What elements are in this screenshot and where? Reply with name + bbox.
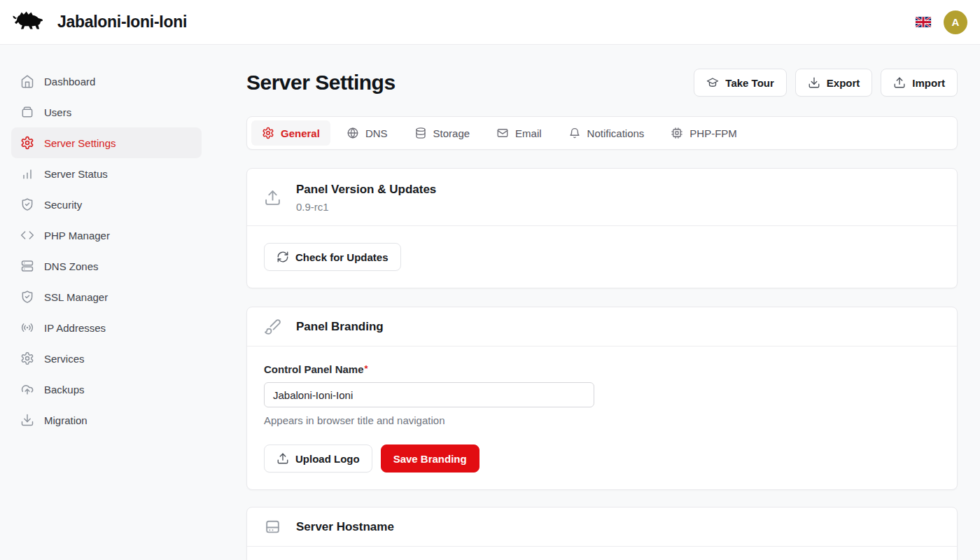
sidebar-item-server-status[interactable]: Server Status: [11, 158, 202, 189]
code-icon: [20, 228, 34, 242]
sidebar-item-label: DNS Zones: [44, 260, 99, 272]
cloud-upload-icon: [20, 382, 34, 396]
tab-php-fpm[interactable]: PHP-FPM: [660, 120, 748, 146]
control-panel-name-input[interactable]: [264, 382, 594, 407]
download-icon: [808, 76, 820, 89]
sidebar-item-label: Server Status: [44, 168, 108, 180]
brand-name: Jabaloni-Ioni-Ioni: [57, 13, 187, 31]
boar-logo-icon: [11, 10, 48, 35]
settings-tabbar: General DNS Storage Email Notifications …: [246, 116, 958, 150]
sidebar-item-label: Security: [44, 199, 82, 211]
sidebar-item-users[interactable]: Users: [11, 97, 202, 127]
sidebar: Dashboard Users Server Settings Server S…: [0, 45, 213, 560]
download-icon: [20, 413, 34, 427]
tab-notifications[interactable]: Notifications: [558, 120, 655, 146]
gear-icon: [20, 136, 34, 150]
database-icon: [414, 127, 427, 139]
sidebar-item-ssl-manager[interactable]: SSL Manager: [11, 281, 202, 312]
server-hostname-card: Server Hostname Hostname*: [246, 507, 958, 560]
language-flag-icon[interactable]: [916, 17, 931, 27]
sidebar-item-dashboard[interactable]: Dashboard: [11, 66, 202, 97]
panel-version-card: Panel Version & Updates 0.9-rc1 Check fo…: [246, 168, 958, 288]
tab-general[interactable]: General: [251, 120, 330, 146]
panel-version-value: 0.9-rc1: [296, 201, 436, 213]
sidebar-item-label: Users: [44, 106, 71, 118]
upload-logo-button[interactable]: Upload Logo: [264, 444, 372, 472]
main-content: Server Settings Take Tour Export Import: [213, 45, 980, 560]
export-button[interactable]: Export: [795, 69, 873, 97]
control-panel-name-label: Control Panel Name*: [264, 363, 368, 375]
sidebar-item-dns-zones[interactable]: DNS Zones: [11, 251, 202, 281]
panel-branding-card: Panel Branding Control Panel Name* Appea…: [246, 307, 958, 490]
card-title: Panel Version & Updates: [296, 183, 436, 197]
button-label: Take Tour: [725, 77, 774, 89]
gear-icon: [262, 127, 274, 139]
upload-icon: [893, 76, 906, 89]
button-label: Import: [912, 77, 945, 89]
sidebar-item-label: Dashboard: [44, 76, 95, 88]
tab-label: PHP-FPM: [690, 127, 737, 139]
sidebar-item-server-settings[interactable]: Server Settings: [11, 127, 202, 158]
tab-label: Storage: [433, 127, 470, 139]
hard-drive-icon: [264, 518, 281, 536]
gear-icon: [20, 351, 34, 365]
tab-label: General: [281, 127, 320, 139]
sidebar-item-label: IP Addresses: [44, 322, 106, 334]
refresh-icon: [276, 251, 289, 263]
paintbrush-icon: [264, 318, 281, 335]
home-icon: [20, 74, 34, 88]
upload-icon: [264, 189, 281, 206]
user-avatar[interactable]: A: [944, 10, 967, 34]
graduation-cap-icon: [706, 76, 719, 89]
sidebar-item-backups[interactable]: Backups: [11, 374, 202, 405]
server-stack-icon: [20, 259, 34, 273]
card-title: Panel Branding: [296, 320, 384, 334]
page-actions: Take Tour Export Import: [694, 69, 958, 97]
tab-label: Email: [515, 127, 542, 139]
bar-chart-icon: [20, 167, 34, 181]
tab-label: Notifications: [587, 127, 645, 139]
upload-icon: [276, 452, 289, 465]
tab-email[interactable]: Email: [486, 120, 552, 146]
sidebar-item-label: Server Settings: [44, 137, 116, 149]
sidebar-item-label: Services: [44, 353, 85, 365]
button-label: Export: [827, 77, 860, 89]
sidebar-item-label: Migration: [44, 414, 88, 426]
import-button[interactable]: Import: [881, 69, 958, 97]
bell-icon: [568, 127, 581, 139]
sidebar-item-ip-addresses[interactable]: IP Addresses: [11, 312, 202, 343]
save-branding-button[interactable]: Save Branding: [381, 444, 479, 472]
radio-icon: [20, 321, 34, 335]
button-label: Save Branding: [393, 453, 467, 465]
card-title: Server Hostname: [296, 520, 394, 534]
sidebar-item-services[interactable]: Services: [11, 343, 202, 374]
take-tour-button[interactable]: Take Tour: [694, 69, 786, 97]
sidebar-item-php-manager[interactable]: PHP Manager: [11, 220, 202, 251]
sidebar-item-label: SSL Manager: [44, 291, 108, 303]
button-label: Check for Updates: [295, 251, 388, 263]
field-helper-text: Appears in browser title and navigation: [264, 414, 940, 426]
globe-icon: [346, 127, 359, 139]
sidebar-item-label: Backups: [44, 384, 85, 396]
tab-storage[interactable]: Storage: [404, 120, 481, 146]
top-header: Jabaloni-Ioni-Ioni A: [0, 0, 980, 45]
drawer-icon: [20, 105, 34, 119]
shield-check-icon: [20, 290, 34, 304]
required-mark: *: [365, 363, 368, 374]
sidebar-item-security[interactable]: Security: [11, 189, 202, 220]
sidebar-item-migration[interactable]: Migration: [11, 405, 202, 435]
mail-icon: [496, 127, 509, 139]
page-title: Server Settings: [246, 71, 396, 94]
tab-dns[interactable]: DNS: [336, 120, 398, 146]
cpu-icon: [671, 127, 683, 139]
shield-check-icon: [20, 197, 34, 211]
brand[interactable]: Jabaloni-Ioni-Ioni: [11, 10, 187, 35]
sidebar-item-label: PHP Manager: [44, 230, 110, 241]
tab-label: DNS: [365, 127, 388, 139]
check-updates-button[interactable]: Check for Updates: [264, 243, 401, 271]
button-label: Upload Logo: [295, 453, 360, 465]
